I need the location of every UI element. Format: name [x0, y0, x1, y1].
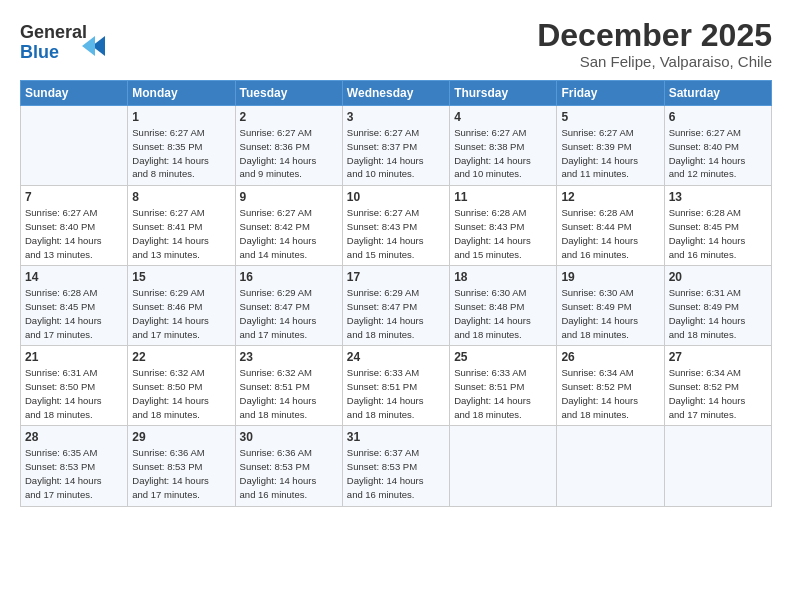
- day-number: 2: [240, 110, 338, 124]
- day-number: 24: [347, 350, 445, 364]
- calendar-cell: 25Sunrise: 6:33 AM Sunset: 8:51 PM Dayli…: [450, 346, 557, 426]
- weekday-header: Friday: [557, 81, 664, 106]
- day-info: Sunrise: 6:32 AM Sunset: 8:51 PM Dayligh…: [240, 366, 338, 421]
- day-number: 23: [240, 350, 338, 364]
- day-info: Sunrise: 6:30 AM Sunset: 8:48 PM Dayligh…: [454, 286, 552, 341]
- day-info: Sunrise: 6:27 AM Sunset: 8:43 PM Dayligh…: [347, 206, 445, 261]
- calendar-cell: [664, 426, 771, 506]
- day-number: 20: [669, 270, 767, 284]
- calendar-week-row: 1Sunrise: 6:27 AM Sunset: 8:35 PM Daylig…: [21, 106, 772, 186]
- day-info: Sunrise: 6:31 AM Sunset: 8:50 PM Dayligh…: [25, 366, 123, 421]
- day-info: Sunrise: 6:27 AM Sunset: 8:41 PM Dayligh…: [132, 206, 230, 261]
- calendar-cell: [557, 426, 664, 506]
- day-info: Sunrise: 6:27 AM Sunset: 8:42 PM Dayligh…: [240, 206, 338, 261]
- calendar-week-row: 14Sunrise: 6:28 AM Sunset: 8:45 PM Dayli…: [21, 266, 772, 346]
- calendar-cell: 28Sunrise: 6:35 AM Sunset: 8:53 PM Dayli…: [21, 426, 128, 506]
- calendar-cell: 14Sunrise: 6:28 AM Sunset: 8:45 PM Dayli…: [21, 266, 128, 346]
- calendar-cell: [450, 426, 557, 506]
- location: San Felipe, Valparaiso, Chile: [537, 53, 772, 70]
- calendar-cell: 21Sunrise: 6:31 AM Sunset: 8:50 PM Dayli…: [21, 346, 128, 426]
- day-number: 5: [561, 110, 659, 124]
- logo: General Blue: [20, 18, 110, 62]
- day-number: 7: [25, 190, 123, 204]
- day-info: Sunrise: 6:32 AM Sunset: 8:50 PM Dayligh…: [132, 366, 230, 421]
- day-info: Sunrise: 6:36 AM Sunset: 8:53 PM Dayligh…: [132, 446, 230, 501]
- day-number: 22: [132, 350, 230, 364]
- calendar-cell: 13Sunrise: 6:28 AM Sunset: 8:45 PM Dayli…: [664, 186, 771, 266]
- calendar-cell: 30Sunrise: 6:36 AM Sunset: 8:53 PM Dayli…: [235, 426, 342, 506]
- day-info: Sunrise: 6:27 AM Sunset: 8:36 PM Dayligh…: [240, 126, 338, 181]
- calendar-cell: 1Sunrise: 6:27 AM Sunset: 8:35 PM Daylig…: [128, 106, 235, 186]
- weekday-header: Tuesday: [235, 81, 342, 106]
- day-info: Sunrise: 6:28 AM Sunset: 8:44 PM Dayligh…: [561, 206, 659, 261]
- day-info: Sunrise: 6:28 AM Sunset: 8:43 PM Dayligh…: [454, 206, 552, 261]
- calendar-week-row: 21Sunrise: 6:31 AM Sunset: 8:50 PM Dayli…: [21, 346, 772, 426]
- day-info: Sunrise: 6:30 AM Sunset: 8:49 PM Dayligh…: [561, 286, 659, 341]
- day-number: 11: [454, 190, 552, 204]
- calendar-cell: 16Sunrise: 6:29 AM Sunset: 8:47 PM Dayli…: [235, 266, 342, 346]
- calendar-cell: 26Sunrise: 6:34 AM Sunset: 8:52 PM Dayli…: [557, 346, 664, 426]
- day-number: 26: [561, 350, 659, 364]
- month-title: December 2025: [537, 18, 772, 53]
- calendar-cell: 5Sunrise: 6:27 AM Sunset: 8:39 PM Daylig…: [557, 106, 664, 186]
- weekday-header: Saturday: [664, 81, 771, 106]
- day-number: 15: [132, 270, 230, 284]
- day-info: Sunrise: 6:33 AM Sunset: 8:51 PM Dayligh…: [347, 366, 445, 421]
- calendar-cell: 8Sunrise: 6:27 AM Sunset: 8:41 PM Daylig…: [128, 186, 235, 266]
- day-number: 14: [25, 270, 123, 284]
- day-number: 13: [669, 190, 767, 204]
- day-info: Sunrise: 6:34 AM Sunset: 8:52 PM Dayligh…: [561, 366, 659, 421]
- day-number: 8: [132, 190, 230, 204]
- day-number: 31: [347, 430, 445, 444]
- calendar-table: SundayMondayTuesdayWednesdayThursdayFrid…: [20, 80, 772, 506]
- day-number: 18: [454, 270, 552, 284]
- calendar-cell: 2Sunrise: 6:27 AM Sunset: 8:36 PM Daylig…: [235, 106, 342, 186]
- calendar-cell: 11Sunrise: 6:28 AM Sunset: 8:43 PM Dayli…: [450, 186, 557, 266]
- header: General Blue December 2025 San Felipe, V…: [20, 18, 772, 70]
- weekday-header: Sunday: [21, 81, 128, 106]
- day-info: Sunrise: 6:35 AM Sunset: 8:53 PM Dayligh…: [25, 446, 123, 501]
- svg-text:General: General: [20, 22, 87, 42]
- day-info: Sunrise: 6:29 AM Sunset: 8:47 PM Dayligh…: [240, 286, 338, 341]
- calendar-cell: 4Sunrise: 6:27 AM Sunset: 8:38 PM Daylig…: [450, 106, 557, 186]
- day-info: Sunrise: 6:27 AM Sunset: 8:37 PM Dayligh…: [347, 126, 445, 181]
- day-info: Sunrise: 6:33 AM Sunset: 8:51 PM Dayligh…: [454, 366, 552, 421]
- calendar-week-row: 7Sunrise: 6:27 AM Sunset: 8:40 PM Daylig…: [21, 186, 772, 266]
- calendar-cell: 23Sunrise: 6:32 AM Sunset: 8:51 PM Dayli…: [235, 346, 342, 426]
- calendar-cell: 22Sunrise: 6:32 AM Sunset: 8:50 PM Dayli…: [128, 346, 235, 426]
- title-block: December 2025 San Felipe, Valparaiso, Ch…: [537, 18, 772, 70]
- day-number: 27: [669, 350, 767, 364]
- calendar-cell: 3Sunrise: 6:27 AM Sunset: 8:37 PM Daylig…: [342, 106, 449, 186]
- day-info: Sunrise: 6:28 AM Sunset: 8:45 PM Dayligh…: [25, 286, 123, 341]
- day-number: 1: [132, 110, 230, 124]
- day-number: 3: [347, 110, 445, 124]
- calendar-cell: 9Sunrise: 6:27 AM Sunset: 8:42 PM Daylig…: [235, 186, 342, 266]
- day-number: 21: [25, 350, 123, 364]
- day-number: 30: [240, 430, 338, 444]
- calendar-cell: 15Sunrise: 6:29 AM Sunset: 8:46 PM Dayli…: [128, 266, 235, 346]
- day-info: Sunrise: 6:28 AM Sunset: 8:45 PM Dayligh…: [669, 206, 767, 261]
- calendar-cell: 12Sunrise: 6:28 AM Sunset: 8:44 PM Dayli…: [557, 186, 664, 266]
- day-info: Sunrise: 6:31 AM Sunset: 8:49 PM Dayligh…: [669, 286, 767, 341]
- calendar-week-row: 28Sunrise: 6:35 AM Sunset: 8:53 PM Dayli…: [21, 426, 772, 506]
- day-number: 9: [240, 190, 338, 204]
- day-info: Sunrise: 6:34 AM Sunset: 8:52 PM Dayligh…: [669, 366, 767, 421]
- calendar-cell: 18Sunrise: 6:30 AM Sunset: 8:48 PM Dayli…: [450, 266, 557, 346]
- day-number: 25: [454, 350, 552, 364]
- calendar-cell: 27Sunrise: 6:34 AM Sunset: 8:52 PM Dayli…: [664, 346, 771, 426]
- day-info: Sunrise: 6:27 AM Sunset: 8:40 PM Dayligh…: [25, 206, 123, 261]
- calendar-cell: 6Sunrise: 6:27 AM Sunset: 8:40 PM Daylig…: [664, 106, 771, 186]
- weekday-header: Wednesday: [342, 81, 449, 106]
- day-number: 4: [454, 110, 552, 124]
- day-number: 17: [347, 270, 445, 284]
- day-info: Sunrise: 6:27 AM Sunset: 8:38 PM Dayligh…: [454, 126, 552, 181]
- day-info: Sunrise: 6:36 AM Sunset: 8:53 PM Dayligh…: [240, 446, 338, 501]
- calendar-cell: 19Sunrise: 6:30 AM Sunset: 8:49 PM Dayli…: [557, 266, 664, 346]
- day-number: 29: [132, 430, 230, 444]
- calendar-cell: 10Sunrise: 6:27 AM Sunset: 8:43 PM Dayli…: [342, 186, 449, 266]
- calendar-cell: 24Sunrise: 6:33 AM Sunset: 8:51 PM Dayli…: [342, 346, 449, 426]
- day-info: Sunrise: 6:27 AM Sunset: 8:39 PM Dayligh…: [561, 126, 659, 181]
- svg-text:Blue: Blue: [20, 42, 59, 62]
- day-info: Sunrise: 6:27 AM Sunset: 8:40 PM Dayligh…: [669, 126, 767, 181]
- day-info: Sunrise: 6:27 AM Sunset: 8:35 PM Dayligh…: [132, 126, 230, 181]
